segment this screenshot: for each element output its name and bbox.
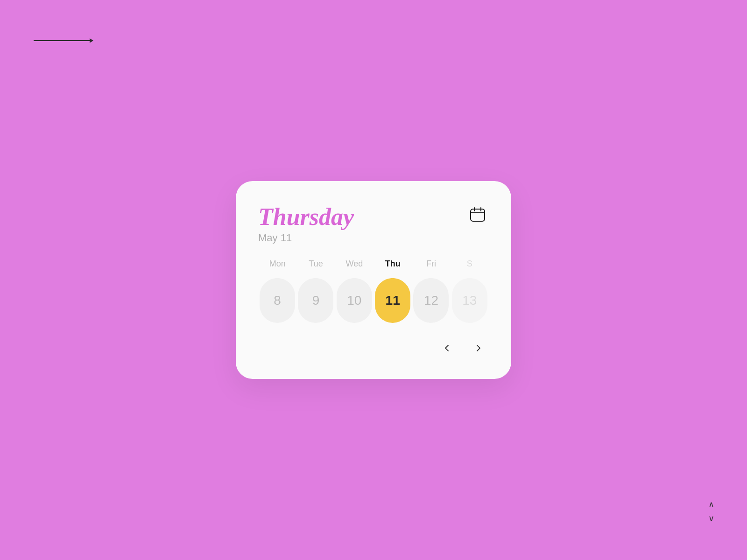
prev-button[interactable]	[437, 338, 457, 358]
chevron-up-icon[interactable]: ∧	[708, 500, 714, 509]
day-bubble-13[interactable]: 13	[452, 278, 487, 323]
day-bubble-9[interactable]: 9	[298, 278, 333, 323]
day-cell-13: 13	[451, 278, 489, 323]
day-label-mon: Mon	[258, 257, 296, 271]
day-label-fri: Fri	[412, 257, 450, 271]
day-cell-12: 12	[412, 278, 450, 323]
svg-rect-0	[471, 209, 485, 221]
day-label-thu: Thu	[374, 257, 412, 271]
top-arrow	[34, 38, 93, 43]
day-cell-10: 10	[335, 278, 374, 323]
day-bubble-10[interactable]: 10	[337, 278, 372, 323]
calendar-card: Thursday May 11 MonTueWedThuFriS 8910111…	[236, 181, 511, 379]
card-header: Thursday May 11	[258, 203, 489, 244]
day-cell-9: 9	[296, 278, 335, 323]
day-label-wed: Wed	[335, 257, 374, 271]
day-bubble-11[interactable]: 11	[375, 278, 410, 323]
arrow-line	[34, 40, 90, 41]
arrow-head	[90, 38, 93, 43]
bottom-right-chevrons: ∧ ∨	[708, 500, 714, 523]
day-cell-11: 11	[374, 278, 412, 323]
header-left: Thursday May 11	[258, 203, 354, 244]
days-cells-row: 8910111213	[258, 278, 489, 323]
chevron-down-icon[interactable]: ∨	[708, 514, 714, 523]
next-button[interactable]	[468, 338, 489, 358]
days-labels-row: MonTueWedThuFriS	[258, 257, 489, 271]
calendar-icon-button[interactable]	[466, 203, 489, 226]
day-bubble-12[interactable]: 12	[413, 278, 449, 323]
day-name: Thursday	[258, 203, 354, 230]
calendar-svg	[469, 206, 486, 223]
day-bubble-8[interactable]: 8	[260, 278, 295, 323]
day-cell-8: 8	[258, 278, 296, 323]
day-label-tue: Tue	[296, 257, 335, 271]
nav-row	[258, 338, 489, 358]
day-label-s: S	[451, 257, 489, 271]
date-subtitle: May 11	[258, 232, 354, 244]
